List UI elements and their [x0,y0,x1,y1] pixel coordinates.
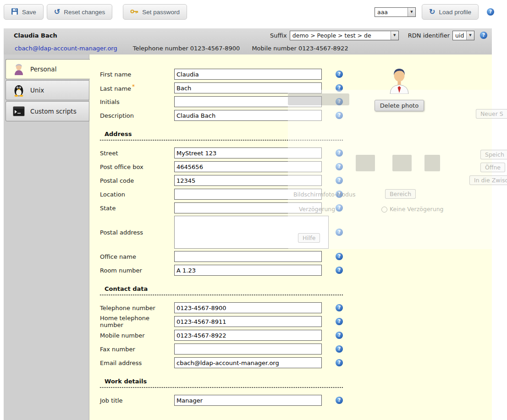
field-label: Telephone number [100,305,174,311]
tux-penguin-icon [12,84,26,97]
form-row: Office name [100,250,492,263]
header-row-main: Claudia Bach Suffix demo > People > test… [4,28,492,42]
help-icon[interactable] [336,177,343,184]
form-row: Last name* [100,81,492,95]
street-input[interactable] [174,147,322,158]
telephone-number-input[interactable] [174,302,322,313]
profile-select-value: aaa [377,9,388,16]
state-input[interactable] [174,202,322,213]
key-icon [130,9,138,16]
form-row: State [100,201,492,215]
help-icon[interactable] [336,71,343,78]
reset-icon [54,8,60,16]
field-label: Postal address [100,229,174,236]
field-label: State [100,205,174,212]
form-row: Street [100,146,492,160]
job-title-input[interactable] [174,395,322,406]
help-icon[interactable] [336,191,343,198]
delete-photo-button[interactable]: Delete photo [375,100,424,111]
field-label: Email address [100,360,174,366]
field-label: Post office box [100,164,174,170]
room-number-input[interactable] [174,265,322,276]
help-icon[interactable] [336,397,343,404]
field-label: Postal code [100,177,174,184]
location-input[interactable] [174,189,322,200]
account-header: Claudia Bach Suffix demo > People > test… [4,28,492,55]
field-label: Last name [100,86,131,93]
reset-changes-button[interactable]: Reset changes [47,4,112,20]
help-icon[interactable] [336,318,343,325]
last-name-input[interactable] [174,82,322,93]
postal-address-textarea[interactable] [174,216,329,249]
section-header-address: Address [100,131,343,141]
field-label: Mobile number [100,332,174,339]
rdn-identifier-select[interactable]: uid [452,31,474,40]
account-mobile: Mobile number 0123-4567-8922 [252,45,348,52]
form-row: Initials [100,95,492,109]
tab-personal[interactable]: Personal [6,59,90,79]
help-icon[interactable] [336,84,343,92]
form-row: Postal address [100,215,492,250]
profile-select[interactable]: aaa [375,7,416,17]
toolbar: Save Reset changes Set password aaa Load… [4,4,494,20]
tab-unix[interactable]: Unix [6,80,89,100]
page-body: Personal Unix Custom scripts First name [4,55,492,420]
load-profile-icon [429,8,435,16]
help-icon[interactable] [336,267,343,274]
tab-custom-scripts-label: Custom scripts [30,108,77,115]
help-icon[interactable] [336,304,343,311]
header-row-summary: cbach@ldap-account-manager.org Telephone… [4,42,492,55]
suffix-select[interactable]: demo > People > test > de [290,31,399,40]
first-name-input[interactable] [174,69,322,80]
tab-custom-scripts[interactable]: Custom scripts [6,101,89,121]
dropdown-arrow-icon[interactable] [466,31,474,40]
form-row: First name [100,67,492,81]
form-row: Telephone number [100,301,492,315]
mobile-number-input[interactable] [174,330,322,341]
description-input[interactable] [174,110,322,121]
account-telephone: Telephone number 0123-4567-8900 [133,45,240,52]
fax-number-input[interactable] [174,344,322,355]
home-telephone-number-input[interactable] [174,316,322,327]
help-icon[interactable] [336,345,343,353]
required-marker: * [132,83,135,90]
help-icon[interactable] [336,332,343,339]
header-right-group: Suffix demo > People > test > de RDN ide… [270,31,487,40]
help-icon[interactable] [336,253,343,260]
set-password-button[interactable]: Set password [123,4,187,20]
field-label: Initials [100,98,174,105]
help-icon[interactable] [336,163,343,170]
help-icon[interactable] [336,149,343,157]
set-password-label: Set password [142,9,180,16]
form-row: Description [100,109,492,122]
form-row: Mobile number [100,328,492,342]
lam-account-edit-page: Save Reset changes Set password aaa Load… [0,0,507,420]
person-icon [12,63,26,76]
help-icon[interactable] [336,359,343,366]
help-icon[interactable] [336,112,343,119]
help-icon[interactable] [336,229,343,236]
account-email-link[interactable]: cbach@ldap-account-manager.org [15,45,117,52]
load-profile-label: Load profile [439,9,471,16]
field-label: Street [100,150,174,157]
dropdown-arrow-icon[interactable] [408,8,415,16]
save-button[interactable]: Save [4,4,44,20]
form-row: Home telephone number [100,315,492,328]
field-label: First name [100,71,174,78]
reset-changes-label: Reset changes [64,9,105,16]
load-profile-button[interactable]: Load profile [422,4,479,20]
initials-input[interactable] [174,96,322,107]
help-icon[interactable] [487,8,494,16]
tab-personal-label: Personal [30,65,56,73]
form-row: Postal code [100,174,492,187]
email-address-input[interactable] [174,357,322,368]
office-name-input[interactable] [174,251,322,262]
post-office-box-input[interactable] [174,161,322,172]
suffix-label: Suffix [270,32,287,39]
section-header-work-details: Work details [100,378,343,388]
dropdown-arrow-icon[interactable] [391,31,398,40]
help-icon[interactable] [336,98,343,105]
help-icon[interactable] [480,32,487,39]
help-icon[interactable] [336,204,343,212]
postal-code-input[interactable] [174,175,322,186]
